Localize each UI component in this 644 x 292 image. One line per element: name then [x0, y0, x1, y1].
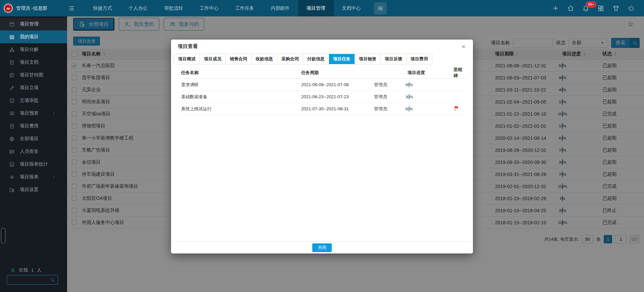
modal-close-button[interactable]: 关闭: [312, 243, 332, 252]
progress-bar: 30%: [409, 94, 410, 100]
app-logo: ∞: [4, 4, 13, 13]
theme-icon[interactable]: [612, 5, 620, 12]
sidebar-search-input[interactable]: [7, 277, 50, 282]
modal-tab-2[interactable]: 销售合同: [226, 54, 252, 64]
sidebar-item-11[interactable]: 项目报表统计: [0, 158, 67, 171]
sidebar-item-8[interactable]: 项目费用: [0, 120, 67, 132]
sidebar-item-label: 立项审批: [20, 98, 39, 104]
doc-icon: [9, 60, 15, 65]
sidebar-item-label: 人员资质: [20, 149, 39, 155]
col-task-period: 任务周期: [301, 70, 374, 76]
task-row[interactable]: 系统上线试运行2021-07-30--2021-08-31管理员60%: [181, 103, 466, 115]
task-owner-cell: 管理员: [374, 94, 408, 100]
navbar-actions: 99+: [552, 5, 644, 12]
menu-toggle-icon[interactable]: [67, 5, 75, 12]
sidebar-item-4[interactable]: 项目甘特图: [0, 69, 67, 81]
nav-item-4[interactable]: 工作任务: [227, 0, 263, 16]
sidebar-item-label: 项目报表: [20, 174, 39, 180]
sidebar-item-label: 项目设置: [20, 187, 39, 193]
sidebar-item-label: 项目文档: [20, 59, 39, 65]
more-menu-button[interactable]: [374, 2, 387, 14]
power-icon[interactable]: [628, 5, 635, 12]
modal-tab-0[interactable]: 项目概述: [174, 54, 200, 64]
sidebar-item-1[interactable]: 我的项目: [0, 31, 67, 43]
sidebar-item-label: 项目立项: [20, 85, 39, 91]
sidebar-item-label: 项目甘特图: [20, 72, 43, 78]
modal-tab-7[interactable]: 项目物资: [355, 54, 381, 64]
sidebar-item-label: 全部项目: [20, 136, 39, 142]
task-table: 任务名称 任务周期 项目进度 里程碑 需求调研2021-06-08--2021-…: [181, 67, 466, 115]
sidebar-collapse-handle[interactable]: [1, 228, 5, 243]
sidebar-item-13[interactable]: 项目设置: [0, 183, 67, 196]
sidebar-item-6[interactable]: 立项审批: [0, 94, 67, 107]
nav-item-5[interactable]: 内部邮件: [263, 0, 298, 16]
modal-tab-9[interactable]: 项目费用: [407, 54, 432, 64]
sidebar-item-label: 项目分解: [20, 47, 39, 53]
task-row[interactable]: 需求调研2021-06-08--2021-07-08管理员95%: [181, 79, 466, 91]
modal-tabs: 项目概述项目成员销售合同收款信息采购合同付款信息项目任务项目物资项目反馈项目费用: [174, 54, 432, 64]
chevron-right-icon: [51, 175, 57, 179]
home-icon[interactable]: [567, 5, 574, 12]
close-icon[interactable]: ×: [462, 43, 466, 50]
sidebar-item-10[interactable]: 人员资质: [0, 145, 67, 158]
sidebar-item-7[interactable]: 项目预算: [0, 107, 67, 120]
sidebar-search: [7, 275, 58, 285]
online-label: 在线: [19, 267, 28, 273]
modal-tab-1[interactable]: 项目成员: [200, 54, 226, 64]
pencil-icon: [9, 85, 15, 91]
sidebar-item-label: 项目预算: [20, 110, 39, 116]
nav-item-3[interactable]: 工作中心: [192, 0, 227, 16]
sidebar-item-9[interactable]: 全部项目: [0, 132, 67, 145]
plus-icon[interactable]: [552, 5, 559, 12]
globe-icon: [9, 136, 15, 142]
nav-item-6[interactable]: 项目管理: [298, 0, 334, 16]
sidebar: 项目管理我的项目项目分解项目文档项目甘特图项目立项立项审批项目预算项目费用全部项…: [0, 16, 67, 292]
sidebar-item-2[interactable]: 项目分解: [0, 43, 67, 56]
col-task-name: 任务名称: [181, 70, 301, 76]
col-task-progress: 项目进度: [408, 70, 453, 76]
progress-bar: 60%: [409, 106, 410, 112]
bell-icon[interactable]: 99+: [582, 5, 589, 12]
modal-tab-5[interactable]: 付款信息: [303, 54, 329, 64]
grid2-icon: [9, 34, 15, 40]
folder-gear-icon: [9, 187, 15, 193]
task-period-cell: 2021-07-30--2021-08-31: [301, 106, 374, 111]
sidebar-item-12[interactable]: 项目报表: [0, 171, 67, 183]
main-menu: 快捷方式个人办公审批流转工作中心工作任务内部邮件项目管理文档中心: [85, 0, 369, 16]
online-unit: 人: [37, 267, 42, 273]
task-table-header: 任务名称 任务周期 项目进度 里程碑: [181, 67, 466, 79]
sidebar-item-0[interactable]: 项目管理: [0, 18, 67, 31]
modal-tab-8[interactable]: 项目反馈: [381, 54, 407, 64]
modal-tab-6[interactable]: 项目任务: [329, 54, 355, 64]
task-progress-cell: 30%: [408, 94, 453, 99]
task-owner-cell: 管理员: [374, 82, 408, 88]
book-icon: [9, 111, 15, 116]
online-count: 1: [31, 268, 34, 273]
apps-icon[interactable]: [597, 5, 604, 12]
task-row[interactable]: 基础数据准备2021-06-23--2021-07-23管理员30%: [181, 91, 466, 103]
sidebar-item-label: 项目费用: [20, 123, 39, 129]
window-icon: [9, 21, 15, 27]
gantt-icon: [9, 72, 15, 78]
task-period-cell: 2021-06-23--2021-07-23: [301, 94, 374, 99]
user-title: 管理员 -信息部: [16, 5, 47, 11]
modal-title: 项目查看: [178, 43, 198, 50]
online-status: 在线 1 人: [10, 267, 42, 273]
money-doc-icon: [9, 123, 15, 129]
chart-icon: [9, 162, 15, 167]
nav-item-1[interactable]: 个人办公: [120, 0, 156, 16]
nav-item-2[interactable]: 审批流转: [156, 0, 192, 16]
search-icon[interactable]: [50, 277, 55, 283]
nav-item-0[interactable]: 快捷方式: [85, 0, 120, 16]
sidebar-item-3[interactable]: 项目文档: [0, 56, 67, 69]
sidebar-item-label: 项目报表统计: [20, 161, 48, 167]
nav-item-7[interactable]: 文档中心: [334, 0, 369, 16]
gear-icon: [9, 174, 15, 180]
col-task-milestone: 里程碑: [453, 67, 466, 79]
task-progress-cell: 95%: [408, 82, 453, 87]
task-milestone-cell: [453, 105, 466, 112]
sidebar-item-label: 项目管理: [20, 21, 39, 27]
sidebar-item-5[interactable]: 项目立项: [0, 81, 67, 94]
modal-tab-4[interactable]: 采购合同: [277, 54, 303, 64]
modal-tab-3[interactable]: 收款信息: [252, 54, 277, 64]
